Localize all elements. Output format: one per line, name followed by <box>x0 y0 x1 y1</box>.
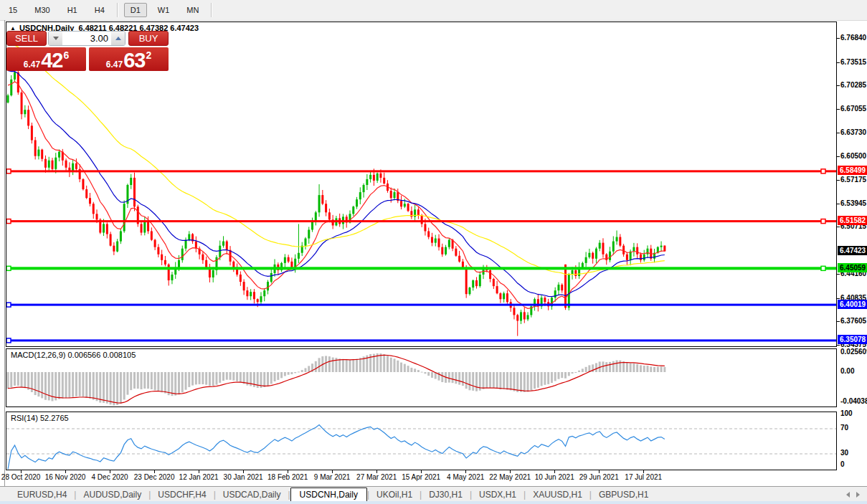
timeframe-button-d1[interactable]: D1 <box>124 3 147 17</box>
current-price-badge: 6.47423 <box>838 246 867 255</box>
toolbar-separator <box>211 3 212 17</box>
chevron-down-icon <box>53 37 59 40</box>
timeframe-button-mn[interactable]: MN <box>180 3 205 17</box>
chart-tab-eurusd[interactable]: EURUSD,H4 <box>10 488 74 501</box>
one-click-trading-panel: SELL BUY 6.47426 6.47632 <box>6 31 169 71</box>
tab-scroll-arrows <box>843 490 863 500</box>
date-axis-label: 18 Feb 2021 <box>267 473 308 481</box>
window-bottom-edge <box>0 501 867 504</box>
chart-tab-audusd[interactable]: AUDUSD,Daily <box>76 488 148 501</box>
macd-label: MACD(12,26,9) 0.006566 0.008105 <box>11 351 136 359</box>
timeframe-toolbar: 15M30H1H4D1W1MN <box>0 0 867 21</box>
toolbar-separator <box>117 3 118 17</box>
horizontal-level-line[interactable] <box>6 170 836 172</box>
tab-scroll-right-icon[interactable] <box>853 490 863 500</box>
macd-indicator-pane[interactable]: MACD(12,26,9) 0.006566 0.008105 <box>6 348 837 407</box>
timeframe-button-m30[interactable]: M30 <box>28 3 56 17</box>
horizontal-level-line[interactable] <box>6 339 836 341</box>
date-axis-label: 12 Jan 2021 <box>179 473 219 481</box>
date-axis-label: 15 Apr 2021 <box>402 473 440 481</box>
sell-price-sup: 6 <box>63 49 69 61</box>
timeframe-button-15[interactable]: 15 <box>2 3 24 17</box>
date-axis-label: 22 May 2021 <box>489 473 531 481</box>
macd-axis-label: 0.025609 <box>840 348 867 356</box>
price-axis-tick <box>837 38 840 39</box>
chart-tab-usdchf[interactable]: USDCHF,H4 <box>151 488 213 501</box>
date-axis-label: 10 Jun 2021 <box>535 473 574 481</box>
price-axis-label: 6.67055 <box>840 105 866 113</box>
level-price-badge: 6.58499 <box>838 166 867 175</box>
date-axis-label: 9 Mar 2021 <box>314 473 351 481</box>
date-axis-label: 17 Jul 2021 <box>625 473 662 481</box>
chart-tab-ukoil[interactable]: UKOil,H1 <box>369 488 420 501</box>
timeframe-button-h4[interactable]: H4 <box>88 3 111 17</box>
date-axis-label: 23 Dec 2020 <box>134 473 175 481</box>
chart-tab-bar: EURUSD,H4|AUDUSD,Daily|USDCHF,H4|USDCAD,… <box>0 486 867 502</box>
level-price-badge: 6.35078 <box>838 335 867 344</box>
price-axis-label: 6.60500 <box>840 152 866 160</box>
rsi-canvas <box>6 412 836 470</box>
price-axis-label: 6.70285 <box>840 81 866 89</box>
price-axis-label: 6.63730 <box>840 128 866 136</box>
chart-tab-xauusd[interactable]: XAUUSD,H1 <box>526 488 589 501</box>
price-axis-label: 6.53945 <box>840 199 866 207</box>
price-axis-tick <box>837 109 840 110</box>
date-axis-label: 16 Nov 2020 <box>45 473 86 481</box>
macd-axis-label: -0.04038 <box>840 397 867 405</box>
sell-button[interactable]: SELL <box>6 31 47 46</box>
lot-increase-button[interactable] <box>111 32 125 45</box>
price-axis-label: 6.37605 <box>840 317 866 325</box>
chart-tab-dj30[interactable]: DJ30,H1 <box>422 488 470 501</box>
price-axis-tick <box>837 133 840 133</box>
rsi-label: RSI(14) 52.2765 <box>11 414 69 422</box>
price-axis-tick <box>837 62 840 63</box>
lot-decrease-button[interactable] <box>49 32 62 45</box>
timeframe-button-w1[interactable]: W1 <box>151 3 176 17</box>
sell-price-panel[interactable]: 6.47426 <box>6 47 86 71</box>
sell-price-big: 42 <box>41 50 62 70</box>
rsi-axis-label: 30 <box>840 449 848 457</box>
window-border <box>4 20 5 486</box>
horizontal-level-line[interactable] <box>6 304 836 306</box>
horizontal-level-line[interactable] <box>6 267 836 270</box>
price-axis-tick <box>837 85 840 86</box>
lot-size-control <box>48 31 125 46</box>
rsi-axis-label: 70 <box>840 424 848 432</box>
price-axis-tick <box>837 345 840 346</box>
rsi-axis-label: 0 <box>840 460 845 468</box>
timeframe-button-h1[interactable]: H1 <box>61 3 84 17</box>
chart-tab-usdcnh[interactable]: USDCNH,Daily <box>290 488 367 502</box>
date-axis-label: 4 Dec 2020 <box>92 473 128 481</box>
level-price-badge: 6.40019 <box>838 300 867 309</box>
date-axis-label: 27 Mar 2021 <box>356 473 397 481</box>
chart-tab-usdcad[interactable]: USDCAD,Daily <box>216 488 288 501</box>
lot-size-input[interactable] <box>62 32 111 45</box>
price-axis-tick <box>837 180 840 181</box>
price-axis-tick <box>837 156 840 157</box>
buy-price-panel[interactable]: 6.47632 <box>89 47 169 71</box>
price-axis-label: 6.76840 <box>840 34 866 42</box>
chart-tab-usdx[interactable]: USDX,H1 <box>472 488 523 501</box>
horizontal-level-line[interactable] <box>6 220 836 222</box>
buy-button[interactable]: BUY <box>128 31 169 46</box>
date-axis-label: 29 Jun 2021 <box>579 473 619 481</box>
price-axis-tick <box>837 204 840 204</box>
rsi-axis-label: 100 <box>840 409 853 417</box>
price-axis-tick <box>837 321 840 322</box>
chart-tab-gbpusd[interactable]: GBPUSD,H1 <box>592 488 655 501</box>
sell-price-small: 6.47 <box>24 60 40 70</box>
date-axis-label: 30 Jan 2021 <box>224 473 263 481</box>
price-axis-tick <box>837 274 840 275</box>
level-price-badge: 6.45059 <box>838 263 867 272</box>
macd-axis-label: 0.00 <box>840 367 854 375</box>
buy-price-big: 63 <box>123 50 145 70</box>
price-axis-label: 6.73515 <box>840 58 866 66</box>
price-axis-tick <box>837 227 840 227</box>
chevron-up-icon <box>115 37 121 40</box>
buy-price-small: 6.47 <box>106 60 123 70</box>
date-axis-label: 4 May 2021 <box>447 473 484 481</box>
tab-scroll-left-icon[interactable] <box>843 490 853 500</box>
buy-price-sup: 2 <box>146 49 151 61</box>
rsi-indicator-pane[interactable]: RSI(14) 52.2765 <box>6 412 837 470</box>
level-price-badge: 6.51582 <box>838 216 867 225</box>
